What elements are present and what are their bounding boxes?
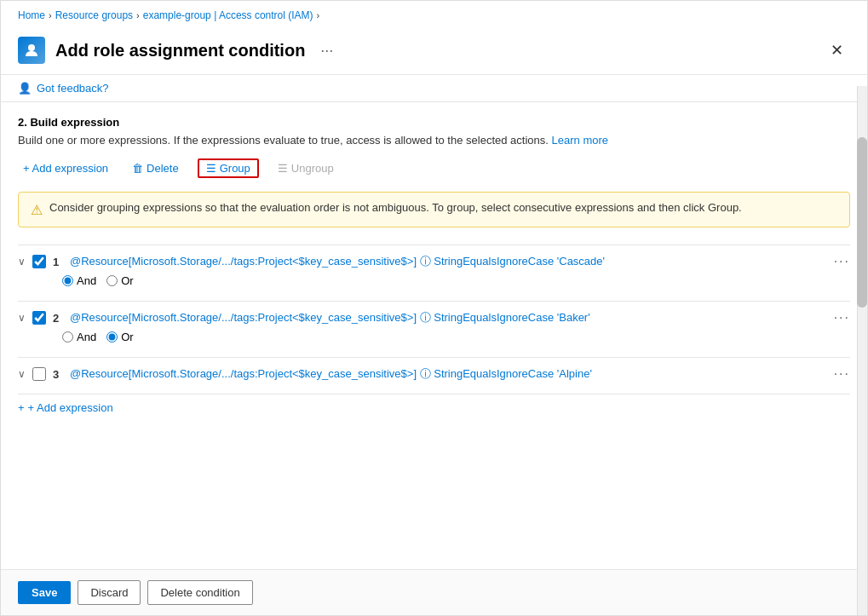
chevron-3[interactable]: ∨ bbox=[18, 368, 26, 380]
footer: Save Discard Delete condition bbox=[1, 569, 867, 615]
add-expression-link[interactable]: + + Add expression bbox=[18, 394, 850, 421]
checkbox-2[interactable] bbox=[32, 311, 46, 325]
breadcrumb-resource-groups[interactable]: Resource groups bbox=[55, 9, 133, 21]
close-button[interactable]: ✕ bbox=[824, 39, 850, 61]
expression-row-3: ∨ 3 @Resource[Microsoft.Storage/.../tags… bbox=[18, 357, 850, 390]
page-title: Add role assignment condition bbox=[55, 41, 305, 60]
or-label-2[interactable]: Or bbox=[106, 331, 133, 343]
panel-header: Add role assignment condition ··· ✕ bbox=[1, 30, 867, 75]
delete-button[interactable]: 🗑 Delete bbox=[127, 158, 184, 178]
group-button[interactable]: ☰ Group bbox=[198, 158, 259, 178]
section-description: Build one or more expressions. If the ex… bbox=[18, 134, 850, 147]
connector-row-1: And Or bbox=[18, 269, 850, 292]
scrollbar-thumb[interactable] bbox=[857, 137, 867, 308]
chevron-2[interactable]: ∨ bbox=[18, 312, 26, 324]
and-label-2[interactable]: And bbox=[62, 331, 96, 343]
svg-point-0 bbox=[28, 44, 35, 51]
expression-toolbar: + Add expression 🗑 Delete ☰ Group ☰ Ungr… bbox=[18, 158, 850, 178]
breadcrumb-home[interactable]: Home bbox=[18, 9, 45, 21]
learn-more-link[interactable]: Learn more bbox=[552, 134, 608, 147]
add-expression-button[interactable]: + Add expression bbox=[18, 158, 113, 178]
delete-condition-button[interactable]: Delete condition bbox=[147, 580, 252, 605]
discard-button[interactable]: Discard bbox=[78, 580, 141, 605]
feedback-icon: 👤 bbox=[18, 82, 32, 95]
section-title: 2. Build expression bbox=[18, 116, 850, 129]
feedback-label: Got feedback? bbox=[37, 82, 109, 95]
ungroup-button[interactable]: ☰ Ungroup bbox=[273, 158, 339, 178]
feedback-bar[interactable]: 👤 Got feedback? bbox=[1, 75, 867, 102]
save-button[interactable]: Save bbox=[18, 581, 71, 604]
expression-options-1[interactable]: ··· bbox=[834, 254, 850, 269]
checkbox-1[interactable] bbox=[32, 255, 46, 268]
ungroup-icon: ☰ bbox=[278, 162, 288, 175]
expression-code-3[interactable]: @Resource[Microsoft.Storage/.../tags:Pro… bbox=[70, 366, 827, 382]
panel-icon bbox=[18, 37, 45, 64]
or-radio-2[interactable] bbox=[106, 331, 118, 343]
header-options-button[interactable]: ··· bbox=[315, 40, 338, 61]
main-panel: Home › Resource groups › example-group |… bbox=[0, 0, 868, 616]
expression-code-2[interactable]: @Resource[Microsoft.Storage/.../tags:Pro… bbox=[70, 310, 827, 325]
content-area: 2. Build expression Build one or more ex… bbox=[1, 102, 867, 569]
and-radio-2[interactable] bbox=[62, 331, 73, 343]
connector-row-2: And Or bbox=[18, 325, 850, 348]
plus-icon: + bbox=[18, 401, 25, 414]
or-label-1[interactable]: Or bbox=[106, 274, 133, 287]
expression-row-1: ∨ 1 @Resource[Microsoft.Storage/.../tags… bbox=[18, 245, 850, 301]
expression-options-2[interactable]: ··· bbox=[834, 310, 850, 325]
and-radio-1[interactable] bbox=[62, 275, 73, 286]
checkbox-3[interactable] bbox=[32, 367, 46, 381]
delete-icon: 🗑 bbox=[132, 162, 143, 175]
expression-row-2: ∨ 2 @Resource[Microsoft.Storage/.../tags… bbox=[18, 301, 850, 357]
breadcrumb-access-control[interactable]: example-group | Access control (IAM) bbox=[143, 9, 313, 21]
breadcrumb: Home › Resource groups › example-group |… bbox=[1, 1, 867, 30]
warning-box: ⚠ Consider grouping expressions so that … bbox=[18, 192, 850, 227]
expression-code-1[interactable]: @Resource[Microsoft.Storage/.../tags:Pro… bbox=[70, 254, 827, 269]
group-icon: ☰ bbox=[206, 162, 216, 175]
and-label-1[interactable]: And bbox=[62, 274, 96, 287]
expression-options-3[interactable]: ··· bbox=[834, 366, 850, 382]
warning-text: Consider grouping expressions so that th… bbox=[49, 201, 742, 214]
warning-icon: ⚠ bbox=[31, 202, 43, 218]
or-radio-1[interactable] bbox=[106, 275, 118, 286]
scrollbar[interactable] bbox=[857, 86, 867, 615]
chevron-1[interactable]: ∨ bbox=[18, 256, 26, 268]
